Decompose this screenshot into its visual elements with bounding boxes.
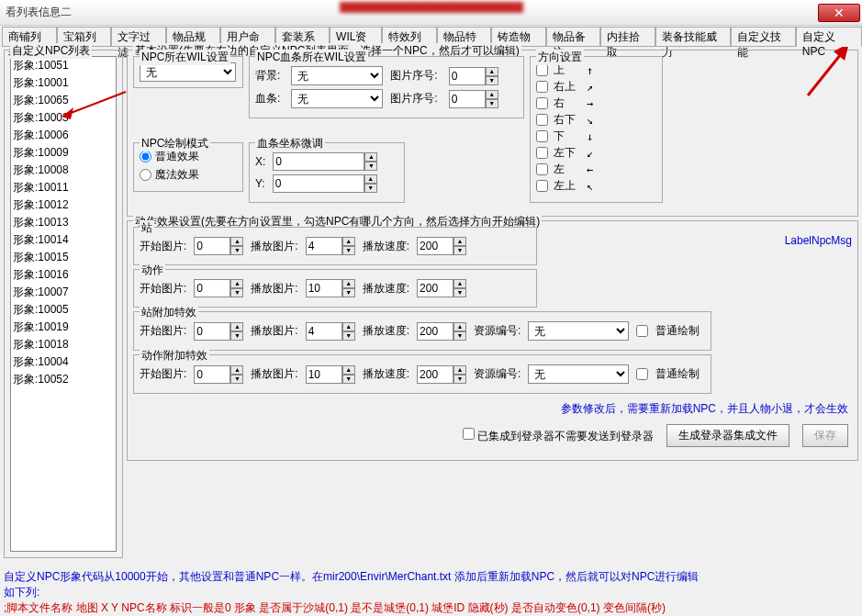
bg-imgidx-label: 图片序号: (390, 68, 437, 84)
arrow-icon: ↙ (587, 147, 593, 160)
list-item[interactable]: 形象:10051 (11, 57, 116, 74)
bg-select[interactable]: 无 (291, 66, 383, 85)
y-label: Y: (255, 177, 265, 190)
stfx-res-select[interactable]: 无 (528, 321, 629, 341)
action-spd-spin[interactable]: ▲▼ (417, 279, 466, 297)
stand-start-spin[interactable]: ▲▼ (194, 237, 243, 255)
action-fx-label: 动作附加特效 (140, 348, 209, 364)
dir-check[interactable] (536, 130, 548, 142)
list-item[interactable]: 形象:10001 (11, 74, 116, 92)
stand-spd-spin[interactable]: ▲▼ (417, 237, 466, 255)
x-spin[interactable]: ▲▼ (273, 152, 377, 171)
anim-group: 动作效果设置(先要在方向设置里，勾选NPC有哪几个方向，然后选择方向开始编辑) … (127, 220, 858, 461)
dir-label: 方向设置 (536, 50, 584, 65)
blood-imgidx-spin[interactable]: ▲▼ (449, 90, 498, 108)
list-item[interactable]: 形象:10013 (11, 214, 116, 231)
arrow-icon: ↘ (587, 114, 593, 127)
list-item[interactable]: 形象:10004 (11, 353, 116, 371)
window-title: 看列表信息二 (6, 5, 72, 20)
arrow-icon: ↖ (587, 180, 593, 193)
list-item[interactable]: 形象:10012 (11, 196, 116, 214)
close-button[interactable]: ✕ (818, 4, 860, 22)
footer-help: 自定义NPC形象代码从10000开始，其他设置和普通NPC一样。在mir200\… (0, 566, 862, 616)
x-label: X: (255, 155, 265, 168)
notice-text: 参数修改后，需要重新加载NPC，并且人物小退，才会生效 (137, 401, 848, 417)
acfx-normal-check[interactable] (636, 368, 648, 380)
dir-check[interactable] (536, 97, 548, 109)
title-decoration (340, 2, 523, 13)
tab-pickup[interactable]: 内挂拾取 (600, 27, 655, 47)
dir-check[interactable] (536, 147, 548, 159)
basic-settings-group: 基本设置(先要在左边的自定义NPC列表里面，选择一个NPC，然后才可以编辑) N… (127, 50, 858, 217)
action-fx-group: 动作附加特效 开始图片:▲▼ 播放图片:▲▼ 播放速度:▲▼ 资源编号:无 普通… (133, 354, 711, 394)
dir-check[interactable] (536, 64, 548, 76)
save-button[interactable]: 保存 (802, 424, 848, 447)
bg-imgidx-spin[interactable]: ▲▼ (449, 67, 498, 85)
stand-label: 站 (140, 220, 154, 236)
action-start-label: 开始图片: (140, 281, 186, 297)
arrow-icon: → (587, 97, 593, 110)
gen-button[interactable]: 生成登录器集成文件 (666, 424, 789, 447)
wil-group: NPC所在WIL设置 无 (133, 56, 243, 88)
direction-group: 方向设置 上↑右上↗右→右下↘下↓左下↙左←左上↖ (530, 56, 663, 203)
stand-fx-label: 站附加特效 (140, 305, 198, 320)
list-item[interactable]: 形象:10005 (11, 301, 116, 319)
action-play-label: 播放图片: (251, 281, 297, 297)
dir-check[interactable] (536, 81, 548, 93)
stand-play-spin[interactable]: ▲▼ (306, 237, 355, 255)
stfx-play-spin[interactable]: ▲▼ (306, 322, 355, 341)
list-item[interactable]: 形象:10014 (11, 231, 116, 249)
stfx-spd-spin[interactable]: ▲▼ (417, 322, 466, 341)
list-item[interactable]: 形象:10003 (11, 109, 116, 127)
sent-login-check[interactable] (463, 428, 475, 440)
tab-skillpower[interactable]: 装备技能威力 (655, 27, 731, 47)
mode-label: NPC绘制模式 (140, 136, 210, 151)
tab-customnpc[interactable]: 自定义NPC (796, 27, 862, 47)
list-item[interactable]: 形象:10052 (11, 371, 116, 388)
acfx-spd-spin[interactable]: ▲▼ (417, 365, 466, 384)
list-item[interactable]: 形象:10015 (11, 249, 116, 266)
stfx-normal-check[interactable] (636, 325, 648, 337)
arrow-icon: ↓ (587, 130, 593, 143)
list-item[interactable]: 形象:10006 (11, 127, 116, 144)
list-item[interactable]: 形象:10009 (11, 144, 116, 162)
mode-normal-radio[interactable] (140, 151, 151, 162)
list-item[interactable]: 形象:10065 (11, 92, 116, 109)
dir-check[interactable] (536, 163, 548, 175)
arrow-icon: ↗ (587, 81, 593, 94)
list-item[interactable]: 形象:10008 (11, 162, 116, 179)
acfx-start-spin[interactable]: ▲▼ (194, 365, 243, 384)
acfx-play-spin[interactable]: ▲▼ (306, 365, 355, 384)
coord-label: 血条坐标微调 (255, 136, 325, 151)
dir-check[interactable] (536, 180, 548, 192)
blood-label: 血条: (255, 91, 280, 106)
hp-wil-label: NPC血条所在WIL设置 (255, 50, 368, 65)
list-item[interactable]: 形象:10007 (11, 284, 116, 301)
npc-list-label: 自定义NPC列表 (10, 43, 92, 59)
arrow-icon: ← (587, 163, 593, 176)
wil-select[interactable]: 无 (140, 62, 236, 82)
stand-start-label: 开始图片: (140, 239, 186, 254)
blood-select[interactable]: 无 (291, 89, 383, 108)
npc-listbox[interactable]: 形象:10051形象:10001形象:10065形象:10003形象:10006… (10, 56, 117, 552)
list-item[interactable]: 形象:10016 (11, 266, 116, 284)
npc-list-group: 自定义NPC列表 形象:10051形象:10001形象:10065形象:1000… (4, 50, 123, 558)
tab-itemnote[interactable]: 物品备注 (546, 27, 601, 47)
action-play-spin[interactable]: ▲▼ (306, 279, 355, 297)
stand-fx-group: 站附加特效 开始图片:▲▼ 播放图片:▲▼ 播放速度:▲▼ 资源编号:无 普通绘… (133, 311, 711, 351)
y-spin[interactable]: ▲▼ (273, 174, 377, 193)
blood-imgidx-label: 图片序号: (390, 91, 437, 106)
stand-group: 站 开始图片:▲▼ 播放图片:▲▼ 播放速度:▲▼ (133, 227, 537, 265)
action-spd-label: 播放速度: (363, 281, 409, 297)
list-item[interactable]: 形象:10011 (11, 179, 116, 196)
stfx-start-spin[interactable]: ▲▼ (194, 322, 243, 341)
dir-check[interactable] (536, 114, 548, 126)
list-item[interactable]: 形象:10019 (11, 319, 116, 336)
action-start-spin[interactable]: ▲▼ (194, 279, 243, 297)
mode-magic-label: 魔法效果 (155, 167, 199, 183)
mode-magic-radio[interactable] (140, 169, 151, 181)
action-label: 动作 (140, 263, 165, 278)
list-item[interactable]: 形象:10018 (11, 336, 116, 353)
tab-customskill[interactable]: 自定义技能 (731, 27, 796, 47)
acfx-res-select[interactable]: 无 (528, 364, 629, 384)
